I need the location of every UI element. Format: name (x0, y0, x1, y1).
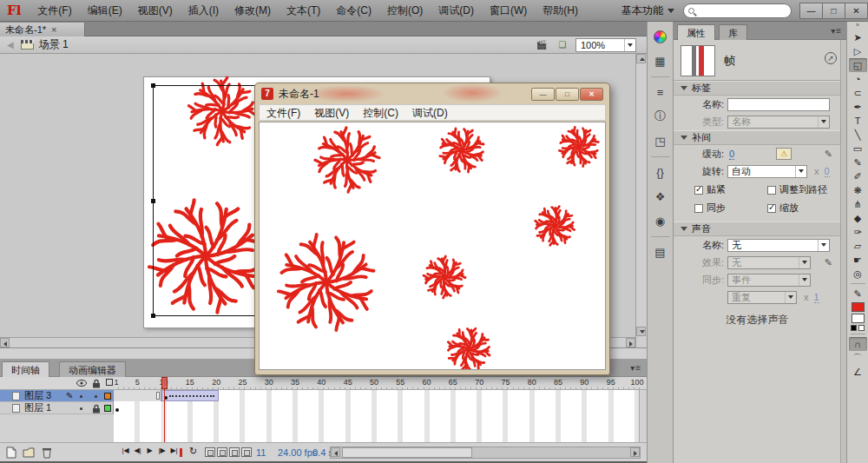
layer-row-3[interactable]: 图层 3 ✎ (0, 390, 647, 402)
selection-tool[interactable]: ➤ (849, 30, 867, 44)
layer-name[interactable]: 图层 3 (24, 389, 64, 402)
playhead-marker[interactable] (161, 377, 168, 389)
player-menu-item-3[interactable]: 调试(D) (412, 105, 448, 121)
search-box[interactable] (683, 3, 792, 18)
label-type-select[interactable]: 名称 (727, 116, 830, 129)
timeline-horizontal-scrollbar[interactable] (330, 446, 641, 459)
search-input[interactable] (698, 5, 785, 17)
menu-item-6[interactable]: 命令(C) (328, 0, 379, 21)
ease-value[interactable]: 0 (729, 149, 734, 160)
subselection-tool[interactable]: ▷ (849, 44, 867, 58)
align-panel-icon[interactable]: ≡ (651, 83, 670, 102)
minimize-button[interactable]: — (799, 3, 823, 19)
zoom-level-select[interactable]: 100% (575, 38, 636, 52)
step-forward-icon[interactable]: |▶ (156, 446, 168, 454)
edit-ease-pencil-icon[interactable]: ✎ (825, 149, 832, 160)
player-maximize-button[interactable]: □ (556, 88, 579, 101)
brush-tool[interactable]: ✐ (849, 169, 867, 183)
menu-item-10[interactable]: 帮助(H) (535, 0, 586, 21)
menu-item-3[interactable]: 插入(I) (181, 0, 227, 21)
layer-3-controls[interactable]: 图层 3 ✎ (0, 390, 114, 402)
section-label[interactable]: 标签 (674, 81, 841, 96)
delete-layer-button[interactable] (40, 446, 54, 460)
new-folder-button[interactable] (22, 446, 36, 460)
menu-item-9[interactable]: 窗口(W) (482, 0, 535, 21)
workspace-switcher-button[interactable]: 基本功能 (621, 3, 674, 18)
checkbox-贴紧[interactable]: 贴紧 (694, 183, 767, 196)
panel-menu-icon[interactable] (630, 363, 641, 373)
edit-envelope-pencil-icon[interactable]: ✎ (825, 257, 832, 268)
layer-name[interactable]: 图层 1 (24, 401, 64, 414)
menu-item-8[interactable]: 调试(D) (431, 0, 482, 21)
warning-icon[interactable]: ⚠ (776, 148, 792, 160)
pen-tool[interactable]: ✒ (849, 100, 867, 114)
tab-properties[interactable]: 属性 (677, 24, 715, 40)
menu-item-1[interactable]: 编辑(E) (80, 0, 130, 21)
section-tween[interactable]: 补间 (674, 130, 841, 145)
project-panel-icon[interactable]: ▤ (651, 242, 670, 261)
layer-visibility-dot[interactable] (80, 395, 82, 398)
show-hide-all-layers-icon[interactable] (76, 379, 87, 387)
panel-menu-icon[interactable] (831, 26, 842, 36)
tab-library[interactable]: 库 (719, 24, 747, 40)
center-frame-icon[interactable] (180, 448, 182, 457)
hand-tool[interactable]: ☛ (849, 253, 867, 267)
player-close-button[interactable]: ✕ (580, 88, 603, 101)
transform-panel-icon[interactable]: ◳ (651, 131, 670, 150)
color-panel-icon[interactable] (651, 27, 670, 46)
checkbox-同步[interactable]: 同步 (694, 202, 767, 215)
label-name-input[interactable] (727, 98, 830, 111)
step-back-icon[interactable]: ◀| (132, 446, 143, 454)
black-and-white-icon[interactable] (851, 325, 857, 331)
edit-symbol-icon[interactable]: ❏ (555, 39, 570, 51)
selection-handle[interactable] (151, 199, 155, 203)
frame-span-static[interactable] (114, 390, 161, 401)
layer-outline-color-swatch[interactable] (104, 393, 111, 400)
straighten-option-icon[interactable]: ∠ (849, 365, 867, 379)
free-transform-tool[interactable]: ◱ (849, 58, 867, 72)
flash-player-window[interactable]: 7 未命名-1 — □ ✕ 文件(F)视图(V)控制(C)调试(D) (254, 83, 610, 375)
swatches-panel-icon[interactable]: ▦ (651, 51, 670, 70)
sound-repeat-select[interactable]: 重复 (727, 291, 797, 304)
layer-lock-dot[interactable] (95, 395, 97, 398)
eraser-tool[interactable]: ▱ (849, 239, 867, 253)
menu-item-0[interactable]: 文件(F) (30, 0, 79, 21)
text-tool[interactable]: T (849, 114, 867, 128)
go-to-first-frame-icon[interactable]: |◀ (120, 446, 131, 454)
pencil-tool[interactable]: ✎ (849, 155, 867, 169)
layer-row-1[interactable]: 图层 1 (0, 402, 647, 414)
rectangle-tool[interactable]: ▭ (849, 142, 867, 155)
back-icon[interactable]: ◀ (0, 40, 21, 50)
3d-rotation-tool[interactable]: ◔ (849, 72, 867, 86)
line-tool[interactable]: ╲ (849, 128, 867, 142)
rotate-select[interactable]: 自动 (727, 165, 807, 178)
lasso-tool[interactable]: ⊂ (849, 86, 867, 100)
layer-1-controls[interactable]: 图层 1 (0, 402, 114, 414)
lock-all-layers-icon[interactable] (92, 379, 101, 388)
current-frame-value[interactable]: 11 (256, 447, 266, 458)
paint-bucket-tool[interactable]: ◆ (849, 211, 867, 225)
section-sound[interactable]: 声音 (674, 222, 841, 236)
menu-item-5[interactable]: 文本(T) (279, 0, 328, 21)
layer-outline-color-swatch[interactable] (104, 405, 111, 412)
sound-name-select[interactable]: 无 (727, 239, 830, 252)
collapse-panel-icon[interactable]: » (847, 22, 868, 30)
layer-lock-icon[interactable] (92, 404, 101, 413)
tab-motion-editor[interactable]: 动画编辑器 (59, 361, 126, 377)
onion-skin-icon[interactable] (205, 447, 215, 457)
menu-item-4[interactable]: 修改(M) (227, 0, 279, 21)
tab-timeline[interactable]: 时间轴 (2, 361, 49, 377)
repeat-count-value[interactable]: 1 (814, 292, 819, 303)
close-button[interactable]: ✕ (845, 3, 868, 19)
scroll-right-icon[interactable] (630, 447, 640, 457)
play-icon[interactable]: ▶ (144, 446, 155, 454)
player-minimize-button[interactable]: — (531, 88, 555, 101)
onion-skin-outlines-icon[interactable] (217, 447, 227, 457)
keyframe-dot[interactable] (115, 408, 119, 412)
document-tab[interactable]: 未命名-1* × (0, 23, 85, 36)
frame-rate-value[interactable]: 24.00 fps (278, 447, 317, 458)
layer-visibility-dot[interactable] (80, 407, 82, 410)
maximize-button[interactable]: □ (822, 3, 845, 19)
player-title-bar[interactable]: 7 未命名-1 — □ ✕ (255, 84, 609, 103)
swap-colors-icon[interactable] (858, 325, 865, 331)
